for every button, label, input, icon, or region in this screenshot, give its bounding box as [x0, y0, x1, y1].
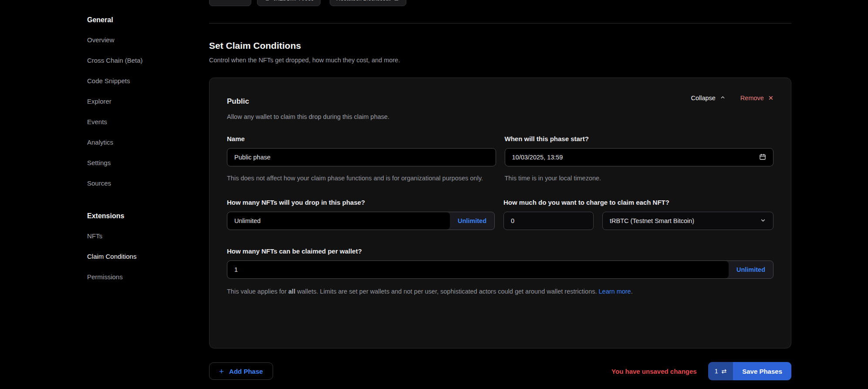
external-link-icon: [394, 0, 400, 2]
per-wallet-label: How many NFTs can be claimed per wallet?: [227, 247, 773, 256]
start-datetime-value: 10/03/2025, 13:59: [512, 154, 563, 161]
save-phases-button[interactable]: Save Phases: [733, 362, 791, 380]
sidebar-section-gap: [87, 200, 183, 212]
row-name-start: Name This does not affect how your claim…: [227, 135, 773, 185]
start-field-group: When will this phase start? 10/03/2025, …: [505, 135, 774, 185]
phase-header-actions: Collapse Remove ✕: [691, 95, 773, 101]
contract-address-label: 0xEbC...F706e9: [273, 0, 314, 2]
start-label: When will this phase start?: [505, 135, 774, 144]
transaction-count-value: 1: [715, 368, 718, 375]
calendar-icon[interactable]: [759, 153, 766, 162]
sidebar-item-events[interactable]: Events: [87, 118, 183, 126]
learn-more-link[interactable]: Learn more: [599, 288, 631, 295]
explorer-link-badge[interactable]: Rootstock Blockscout: [330, 0, 406, 6]
sidebar-item-claim-conditions[interactable]: Claim Conditions: [87, 252, 183, 261]
row-supply-price: How many NFTs will you drop in this phas…: [227, 199, 773, 230]
sidebar-item-analytics[interactable]: Analytics: [87, 138, 183, 147]
tab-button-clipped[interactable]: [209, 0, 251, 6]
plus-icon: +: [219, 367, 224, 375]
phase-title: Public: [227, 97, 249, 106]
per-wallet-helper-mid: wallets. Limits are set per wallets and …: [295, 288, 598, 295]
sidebar-item-sources[interactable]: Sources: [87, 179, 183, 188]
footer-right: You have unsaved changes 1 ⇄ Save Phases: [611, 362, 791, 380]
add-phase-button[interactable]: + Add Phase: [209, 362, 273, 380]
swap-arrows-icon: ⇄: [722, 368, 727, 375]
per-wallet-helper-bold: all: [288, 288, 295, 295]
contract-sidebar: General Overview Cross Chain (Beta) Code…: [87, 16, 183, 293]
per-wallet-unlimited-toggle[interactable]: Unlimited: [729, 261, 773, 278]
name-label: Name: [227, 135, 496, 144]
collapse-button[interactable]: Collapse: [691, 95, 725, 101]
supply-unlimited-toggle[interactable]: Unlimited: [450, 212, 494, 230]
per-wallet-input-group: Unlimited: [227, 260, 773, 279]
contract-address-badge[interactable]: 0xEbC...F706e9: [257, 0, 321, 6]
start-datetime-input[interactable]: 10/03/2025, 13:59: [505, 148, 774, 166]
supply-label: How many NFTs will you drop in this phas…: [227, 199, 495, 207]
supply-input[interactable]: [227, 212, 450, 230]
add-phase-label: Add Phase: [229, 368, 263, 375]
sidebar-item-cross-chain[interactable]: Cross Chain (Beta): [87, 56, 183, 65]
copy-icon: [263, 0, 270, 2]
currency-select[interactable]: tRBTC (Testnet Smart Bitcoin): [602, 212, 773, 230]
per-wallet-helper: This value applies for all wallets. Limi…: [227, 285, 773, 298]
currency-selected-value: tRBTC (Testnet Smart Bitcoin): [610, 217, 694, 224]
claim-phase-card: Public Collapse Remove ✕ Allow any walle…: [209, 78, 791, 348]
explorer-label: Rootstock Blockscout: [336, 0, 390, 2]
chevron-down-icon: [760, 217, 766, 225]
per-wallet-helper-prefix: This value applies for: [227, 288, 288, 295]
collapse-label: Collapse: [691, 95, 715, 101]
name-input[interactable]: [227, 148, 496, 166]
remove-button[interactable]: Remove ✕: [740, 95, 773, 101]
sidebar-item-overview[interactable]: Overview: [87, 36, 183, 44]
start-helper: This time is in your local timezone.: [505, 172, 774, 185]
supply-input-group: Unlimited: [227, 212, 495, 230]
sidebar-item-permissions[interactable]: Permissions: [87, 273, 183, 281]
sidebar-item-settings[interactable]: Settings: [87, 159, 183, 167]
transaction-count-badge[interactable]: 1 ⇄: [708, 362, 733, 380]
name-helper: This does not affect how your claim phas…: [227, 172, 496, 185]
phase-description: Allow any wallet to claim this drop duri…: [227, 113, 773, 120]
phases-footer: + Add Phase You have unsaved changes 1 ⇄…: [209, 362, 791, 381]
per-wallet-input[interactable]: [227, 261, 729, 278]
unsaved-changes-text: You have unsaved changes: [611, 368, 697, 375]
name-field-group: Name This does not affect how your claim…: [227, 135, 496, 185]
sidebar-heading-extensions: Extensions: [87, 212, 183, 220]
per-wallet-helper-end: .: [631, 288, 633, 295]
remove-label: Remove: [740, 95, 764, 101]
chevron-up-icon: [720, 95, 726, 101]
page-subtitle: Control when the NFTs get dropped, how m…: [209, 57, 400, 64]
page-header: Set Claim Conditions Control when the NF…: [209, 41, 400, 64]
sidebar-item-explorer[interactable]: Explorer: [87, 97, 183, 106]
sidebar-heading-general: General: [87, 16, 183, 24]
supply-field-group: How many NFTs will you drop in this phas…: [227, 199, 495, 230]
price-controls: tRBTC (Testnet Smart Bitcoin): [503, 212, 773, 230]
price-field-group: How much do you want to charge to claim …: [503, 199, 773, 230]
close-icon: ✕: [768, 95, 773, 101]
claim-conditions-page: 0xEbC...F706e9 Rootstock Blockscout Gene…: [0, 0, 868, 389]
sidebar-item-nfts[interactable]: NFTs: [87, 232, 183, 240]
sidebar-item-code-snippets[interactable]: Code Snippets: [87, 77, 183, 85]
per-wallet-field-group: How many NFTs can be claimed per wallet?…: [227, 247, 773, 298]
header-divider: [209, 23, 791, 24]
page-title: Set Claim Conditions: [209, 41, 400, 51]
phase-card-header: Public Collapse Remove ✕: [227, 94, 773, 106]
price-label: How much do you want to charge to claim …: [503, 199, 773, 207]
save-button-group: 1 ⇄ Save Phases: [708, 362, 791, 380]
price-amount-input[interactable]: [503, 212, 594, 230]
